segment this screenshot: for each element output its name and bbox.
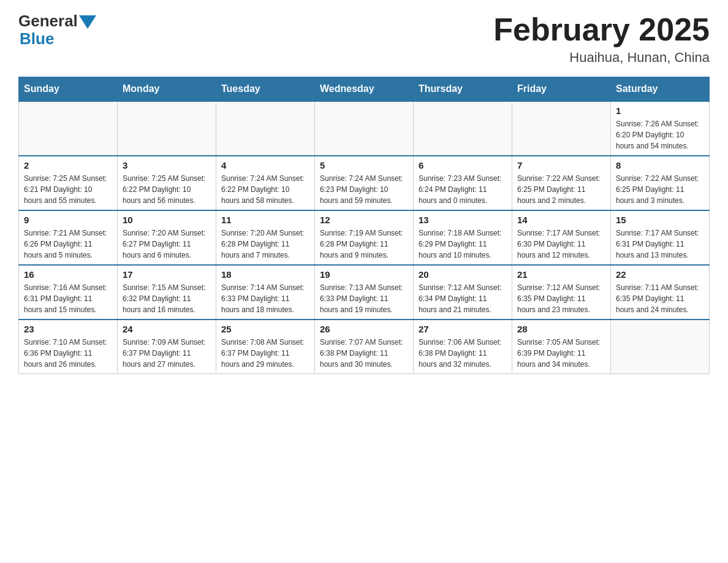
calendar-cell: 18Sunrise: 7:14 AM Sunset: 6:33 PM Dayli… [216, 265, 315, 320]
day-number: 11 [221, 215, 309, 225]
day-info: Sunrise: 7:26 AM Sunset: 6:20 PM Dayligh… [616, 118, 704, 151]
day-info: Sunrise: 7:13 AM Sunset: 6:33 PM Dayligh… [320, 282, 408, 315]
calendar-title: February 2025 [493, 12, 710, 47]
day-info: Sunrise: 7:08 AM Sunset: 6:37 PM Dayligh… [221, 337, 309, 370]
day-info: Sunrise: 7:24 AM Sunset: 6:23 PM Dayligh… [320, 173, 408, 206]
day-info: Sunrise: 7:09 AM Sunset: 6:37 PM Dayligh… [123, 337, 211, 370]
day-number: 22 [616, 269, 704, 280]
calendar-cell: 12Sunrise: 7:19 AM Sunset: 6:28 PM Dayli… [315, 210, 414, 265]
day-number: 16 [24, 269, 112, 280]
header-wednesday: Wednesday [315, 77, 414, 102]
day-info: Sunrise: 7:12 AM Sunset: 6:34 PM Dayligh… [419, 282, 507, 315]
day-number: 24 [123, 324, 211, 334]
calendar-cell: 5Sunrise: 7:24 AM Sunset: 6:23 PM Daylig… [315, 156, 414, 210]
day-info: Sunrise: 7:20 AM Sunset: 6:28 PM Dayligh… [221, 228, 309, 261]
day-number: 21 [517, 269, 605, 280]
calendar-week-4: 23Sunrise: 7:10 AM Sunset: 6:36 PM Dayli… [19, 320, 710, 374]
logo-triangle-icon [79, 15, 96, 29]
calendar-cell: 23Sunrise: 7:10 AM Sunset: 6:36 PM Dayli… [19, 320, 118, 374]
header-sunday: Sunday [19, 77, 118, 102]
day-number: 18 [221, 269, 309, 280]
day-info: Sunrise: 7:11 AM Sunset: 6:35 PM Dayligh… [616, 282, 704, 315]
day-number: 20 [419, 269, 507, 280]
calendar-cell: 3Sunrise: 7:25 AM Sunset: 6:22 PM Daylig… [118, 156, 216, 210]
day-info: Sunrise: 7:12 AM Sunset: 6:35 PM Dayligh… [517, 282, 605, 315]
calendar-cell: 6Sunrise: 7:23 AM Sunset: 6:24 PM Daylig… [414, 156, 512, 210]
logo-row1: General [18, 12, 96, 30]
day-info: Sunrise: 7:05 AM Sunset: 6:39 PM Dayligh… [517, 337, 605, 370]
calendar-cell: 2Sunrise: 7:25 AM Sunset: 6:21 PM Daylig… [19, 156, 118, 210]
logo-combined: General Blue [18, 12, 96, 47]
title-block: February 2025 Huaihua, Hunan, China [493, 12, 710, 66]
day-info: Sunrise: 7:24 AM Sunset: 6:22 PM Dayligh… [221, 173, 309, 206]
calendar-week-3: 16Sunrise: 7:16 AM Sunset: 6:31 PM Dayli… [19, 265, 710, 320]
day-info: Sunrise: 7:14 AM Sunset: 6:33 PM Dayligh… [221, 282, 309, 315]
day-number: 3 [123, 160, 211, 170]
day-number: 19 [320, 269, 408, 280]
day-number: 4 [221, 160, 309, 170]
day-number: 12 [320, 215, 408, 225]
day-number: 1 [616, 105, 704, 116]
day-info: Sunrise: 7:22 AM Sunset: 6:25 PM Dayligh… [616, 173, 704, 206]
calendar-cell [118, 101, 216, 156]
day-number: 5 [320, 160, 408, 170]
logo-general-text: General [18, 12, 78, 30]
calendar-cell: 24Sunrise: 7:09 AM Sunset: 6:37 PM Dayli… [118, 320, 216, 374]
day-number: 13 [419, 215, 507, 225]
day-number: 14 [517, 215, 605, 225]
day-info: Sunrise: 7:25 AM Sunset: 6:22 PM Dayligh… [123, 173, 211, 206]
day-number: 27 [419, 324, 507, 334]
day-number: 8 [616, 160, 704, 170]
day-info: Sunrise: 7:17 AM Sunset: 6:31 PM Dayligh… [616, 228, 704, 261]
calendar-cell [19, 101, 118, 156]
day-number: 26 [320, 324, 408, 334]
calendar-cell [216, 101, 315, 156]
calendar-header-row: SundayMondayTuesdayWednesdayThursdayFrid… [19, 77, 710, 102]
day-info: Sunrise: 7:25 AM Sunset: 6:21 PM Dayligh… [24, 173, 112, 206]
calendar-cell: 28Sunrise: 7:05 AM Sunset: 6:39 PM Dayli… [512, 320, 611, 374]
calendar-cell: 4Sunrise: 7:24 AM Sunset: 6:22 PM Daylig… [216, 156, 315, 210]
calendar-cell: 10Sunrise: 7:20 AM Sunset: 6:27 PM Dayli… [118, 210, 216, 265]
calendar-cell: 19Sunrise: 7:13 AM Sunset: 6:33 PM Dayli… [315, 265, 414, 320]
header-thursday: Thursday [414, 77, 512, 102]
header-monday: Monday [118, 77, 216, 102]
calendar-cell: 11Sunrise: 7:20 AM Sunset: 6:28 PM Dayli… [216, 210, 315, 265]
day-number: 23 [24, 324, 112, 334]
calendar-cell: 7Sunrise: 7:22 AM Sunset: 6:25 PM Daylig… [512, 156, 611, 210]
day-number: 2 [24, 160, 112, 170]
calendar-cell: 8Sunrise: 7:22 AM Sunset: 6:25 PM Daylig… [611, 156, 710, 210]
calendar-cell: 17Sunrise: 7:15 AM Sunset: 6:32 PM Dayli… [118, 265, 216, 320]
logo-blue-text: Blue [20, 30, 96, 48]
day-info: Sunrise: 7:23 AM Sunset: 6:24 PM Dayligh… [419, 173, 507, 206]
header-friday: Friday [512, 77, 611, 102]
calendar-cell: 15Sunrise: 7:17 AM Sunset: 6:31 PM Dayli… [611, 210, 710, 265]
calendar-cell: 25Sunrise: 7:08 AM Sunset: 6:37 PM Dayli… [216, 320, 315, 374]
calendar-cell: 13Sunrise: 7:18 AM Sunset: 6:29 PM Dayli… [414, 210, 512, 265]
calendar-cell: 16Sunrise: 7:16 AM Sunset: 6:31 PM Dayli… [19, 265, 118, 320]
day-number: 15 [616, 215, 704, 225]
calendar-cell: 20Sunrise: 7:12 AM Sunset: 6:34 PM Dayli… [414, 265, 512, 320]
header-tuesday: Tuesday [216, 77, 315, 102]
day-info: Sunrise: 7:19 AM Sunset: 6:28 PM Dayligh… [320, 228, 408, 261]
calendar-week-2: 9Sunrise: 7:21 AM Sunset: 6:26 PM Daylig… [19, 210, 710, 265]
calendar-subtitle: Huaihua, Hunan, China [493, 50, 710, 66]
day-info: Sunrise: 7:22 AM Sunset: 6:25 PM Dayligh… [517, 173, 605, 206]
day-info: Sunrise: 7:10 AM Sunset: 6:36 PM Dayligh… [24, 337, 112, 370]
logo: General Blue [18, 12, 96, 47]
day-info: Sunrise: 7:21 AM Sunset: 6:26 PM Dayligh… [24, 228, 112, 261]
day-info: Sunrise: 7:16 AM Sunset: 6:31 PM Dayligh… [24, 282, 112, 315]
calendar-week-1: 2Sunrise: 7:25 AM Sunset: 6:21 PM Daylig… [19, 156, 710, 210]
calendar-cell: 14Sunrise: 7:17 AM Sunset: 6:30 PM Dayli… [512, 210, 611, 265]
page-header: General Blue February 2025 Huaihua, Huna… [18, 12, 710, 66]
calendar-cell: 1Sunrise: 7:26 AM Sunset: 6:20 PM Daylig… [611, 101, 710, 156]
day-info: Sunrise: 7:15 AM Sunset: 6:32 PM Dayligh… [123, 282, 211, 315]
calendar-cell: 21Sunrise: 7:12 AM Sunset: 6:35 PM Dayli… [512, 265, 611, 320]
calendar-cell [512, 101, 611, 156]
day-info: Sunrise: 7:18 AM Sunset: 6:29 PM Dayligh… [419, 228, 507, 261]
day-number: 9 [24, 215, 112, 225]
calendar-cell: 22Sunrise: 7:11 AM Sunset: 6:35 PM Dayli… [611, 265, 710, 320]
calendar-cell [611, 320, 710, 374]
day-info: Sunrise: 7:07 AM Sunset: 6:38 PM Dayligh… [320, 337, 408, 370]
header-saturday: Saturday [611, 77, 710, 102]
day-info: Sunrise: 7:20 AM Sunset: 6:27 PM Dayligh… [123, 228, 211, 261]
